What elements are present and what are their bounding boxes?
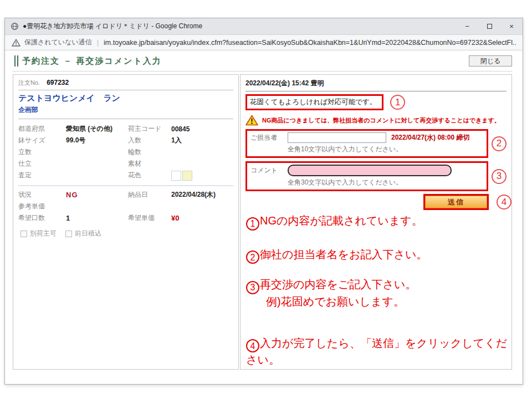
department-name: 企画部 xyxy=(18,105,233,115)
instruction-text: NGの内容が記載されています。 xyxy=(260,214,423,227)
marker-3: 3 xyxy=(492,169,507,184)
window-title: ●豊明花き地方卸売市場 イロドリ＊ミドリ - Google Chrome xyxy=(23,22,202,31)
attribute-row: 立数 輪数 xyxy=(18,146,233,158)
instruction-text: 再交渉の内容をご記入下さい。 xyxy=(260,278,416,290)
warning-icon xyxy=(245,115,258,126)
staff-name-hint: 全角10文字以内で入力してください。 xyxy=(288,145,483,154)
order-no-value: 697232 xyxy=(47,79,69,86)
instruction-4: 4入力が完了したら、「送信」をクリックしてください。 xyxy=(246,336,509,368)
quantity-label: 希望口数 xyxy=(18,213,66,223)
quantity-value: 1 xyxy=(66,214,128,222)
instruction-1: 1NGの内容が記載されています。 xyxy=(246,213,509,231)
comment-hint: 全角30文字以内で入力してください。 xyxy=(288,178,483,187)
flower-color-swatch xyxy=(182,171,192,181)
marker-2: 2 xyxy=(492,136,507,151)
url-text[interactable]: im.toyoake.jp/baisan/yoyaku/index.cfm?fu… xyxy=(104,39,516,47)
window-controls: − × xyxy=(456,18,523,34)
attr-value: 1入 xyxy=(171,136,233,145)
attribute-row-flower-color: 査定 花色 xyxy=(18,170,233,181)
page-content: 予約注文 － 再交渉コメント入力 閉じる 注文No. 697232 テストヨウヒ… xyxy=(5,50,523,384)
comment-highlight-box: コメント 全角30文字以内で入力してください。 xyxy=(245,161,488,191)
submit-highlight-box: 送信 xyxy=(423,194,489,210)
ng-comment-box: 花固くてもよろしければ対応可能です。 xyxy=(245,94,383,110)
staff-name-highlight-box: ご担当者 2022/04/27(水) 08:00 締切 全角10文字以内で入力し… xyxy=(245,129,488,158)
attr-label: 花色 xyxy=(128,171,171,180)
order-no-label: 注文No. xyxy=(18,79,40,87)
status-label: 状況 xyxy=(18,190,66,200)
option-checkboxes: 別荷主可 前日積込 xyxy=(18,229,233,238)
attr-label: 鉢サイズ xyxy=(18,136,66,145)
attr-value: 99.0号 xyxy=(66,136,128,145)
maximize-icon xyxy=(487,24,492,29)
window-titlebar: ●豊明花き地方卸売市場 イロドリ＊ミドリ - Google Chrome − × xyxy=(5,18,523,35)
attr-label: 立数 xyxy=(18,147,66,157)
address-separator: | xyxy=(97,38,99,47)
delivery-date-value: 2022/04/28(木) xyxy=(171,190,233,200)
ng-renegotiation-notice: NG商品につきましては、弊社担当者のコメントに対して再交渉することはできます。 xyxy=(262,116,500,125)
chrome-window: ●豊明花き地方卸売市場 イロドリ＊ミドリ - Google Chrome − ×… xyxy=(4,18,523,385)
instruction-number: 4 xyxy=(246,339,259,352)
attr-label: 査定 xyxy=(18,171,66,180)
status-value: NG xyxy=(66,191,128,199)
attr-label: 入数 xyxy=(128,136,171,145)
close-window-button[interactable]: × xyxy=(500,18,523,34)
submit-button[interactable]: 送信 xyxy=(425,196,487,208)
security-status-label: 保護されていない通信 xyxy=(24,38,92,47)
checkbox-label: 別荷主可 xyxy=(30,229,57,238)
product-name: テストヨウヒンメイ ラン xyxy=(18,93,233,104)
checkbox-prev-day-load[interactable]: 前日積込 xyxy=(65,229,101,238)
instruction-3: 3再交渉の内容をご記入下さい。 例)花固めでお願いします。 xyxy=(246,277,509,309)
minimize-button[interactable]: − xyxy=(456,18,478,34)
close-page-button[interactable]: 閉じる xyxy=(469,55,512,66)
attr-label: 都道府県 xyxy=(18,124,66,134)
comment-input[interactable] xyxy=(288,165,452,176)
attr-label: 仕立 xyxy=(18,159,66,168)
staff-name-label: ご担当者 xyxy=(250,133,283,142)
checkbox-label: 前日積込 xyxy=(75,229,101,238)
maximize-button[interactable] xyxy=(478,18,500,34)
marker-1: 1 xyxy=(390,95,405,110)
not-secure-warning-icon xyxy=(12,39,21,47)
deadline-text: 2022/04/27(水) 08:00 締切 xyxy=(391,133,469,142)
instruction-text: 入力が完了したら、「送信」をクリックしてください。 xyxy=(246,337,507,366)
unit-price-value: ¥0 xyxy=(171,214,233,222)
comment-label: コメント xyxy=(250,166,283,175)
unit-price-label: 希望単価 xyxy=(128,213,171,223)
instruction-3-example: 例)花固めでお願いします。 xyxy=(246,294,509,309)
instruction-notes: 1NGの内容が記載されています。 2御社の担当者名をお記入下さい。 3再交渉の内… xyxy=(246,213,509,367)
instruction-text: 御社の担当者名をお記入下さい。 xyxy=(260,248,427,260)
section-divider xyxy=(18,185,233,186)
dotted-divider xyxy=(13,71,512,71)
ref-price-row: 参考単価 xyxy=(18,201,233,212)
checkbox-icon xyxy=(21,231,27,237)
instruction-number: 3 xyxy=(246,281,259,294)
globe-favicon-icon xyxy=(11,22,19,30)
order-attributes: 都道府県 愛知県 (その他) 荷主コード 00845 鉢サイズ 99.0号 入数… xyxy=(18,123,233,181)
flower-color-swatch xyxy=(171,171,181,181)
attr-label: 輪数 xyxy=(128,147,171,157)
attr-value: 愛知県 (その他) xyxy=(66,124,128,134)
order-detail-panel: 注文No. 697232 テストヨウヒンメイ ラン 企画部 都道府県 愛知県 (… xyxy=(13,74,239,370)
attribute-row: 都道府県 愛知県 (その他) 荷主コード 00845 xyxy=(18,123,233,135)
instruction-2: 2御社の担当者名をお記入下さい。 xyxy=(246,247,509,264)
renegotiation-panel: 2022/04/22(金) 15:42 豊明 花固くてもよろしければ対応可能です… xyxy=(240,74,512,370)
instruction-number: 2 xyxy=(246,250,259,264)
instruction-number: 1 xyxy=(246,217,259,231)
ref-price-label: 参考単価 xyxy=(18,202,66,211)
address-bar[interactable]: 保護されていない通信 | im.toyoake.jp/baisan/yoyaku… xyxy=(5,35,523,50)
staff-name-input[interactable] xyxy=(288,132,386,143)
attribute-row: 鉢サイズ 99.0号 入数 1入 xyxy=(18,135,233,146)
attr-label: 素材 xyxy=(128,159,171,168)
checkbox-alt-shipper[interactable]: 別荷主可 xyxy=(21,229,57,238)
desktop: ●豊明花き地方卸売市場 イロドリ＊ミドリ - Google Chrome − ×… xyxy=(0,0,532,399)
checkbox-icon xyxy=(65,231,72,237)
page-title: 予約注文 － 再交渉コメント入力 xyxy=(14,55,162,66)
market-comment-header: 2022/04/22(金) 15:42 豊明 xyxy=(245,78,507,91)
quantity-row: 希望口数 1 希望単価 ¥0 xyxy=(18,212,233,224)
attribute-row: 仕立 素材 xyxy=(18,158,233,170)
attr-label: 荷主コード xyxy=(128,124,171,134)
delivery-date-label: 納品日 xyxy=(128,190,171,200)
attr-value: 00845 xyxy=(171,125,233,133)
status-row: 状況 NG 納品日 2022/04/28(木) xyxy=(18,189,233,201)
flower-color-swatches xyxy=(171,171,233,181)
